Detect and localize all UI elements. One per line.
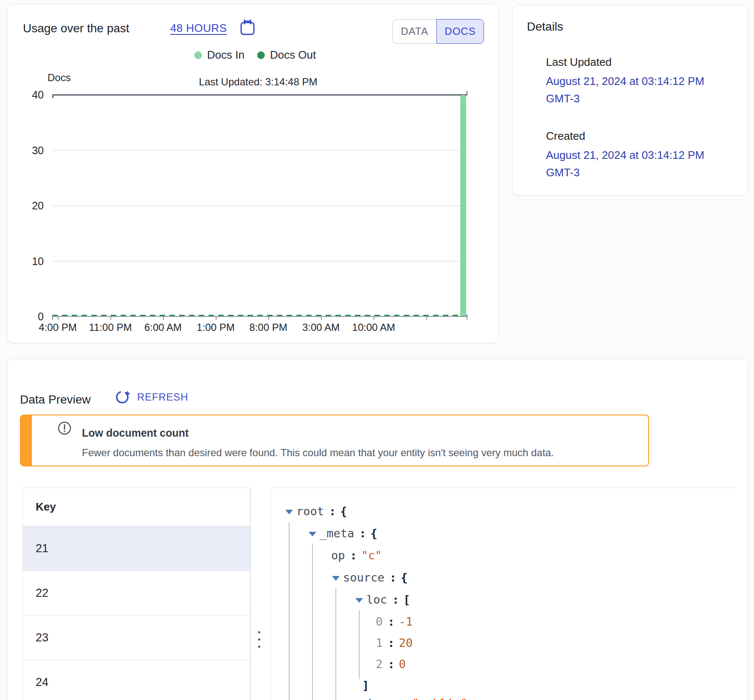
- docs-in-bar: [460, 95, 466, 316]
- x-tick-label: 1:00 PM: [197, 322, 234, 333]
- data-preview-card: Data Preview REFRESH Low document count …: [7, 359, 748, 700]
- tree-bracket: {: [371, 527, 377, 540]
- tree-guide-line: [289, 522, 290, 700]
- tree-row-loc-2: 2:0: [376, 654, 406, 675]
- x-tick-label: 10:00 AM: [352, 322, 395, 333]
- tree-bracket: ]: [362, 679, 369, 692]
- tree-string-value: "c": [361, 549, 382, 562]
- tree-bracket: {: [401, 571, 408, 584]
- x-tick-label: 8:00 PM: [249, 322, 287, 333]
- tree-colon: :: [387, 593, 403, 606]
- x-tick: [321, 316, 322, 320]
- tree-row-source: source:{: [343, 567, 408, 588]
- expand-arrow-icon[interactable]: [332, 576, 340, 581]
- x-tick-label: 3:00 AM: [302, 322, 340, 333]
- detail-value-created: August 21, 2024 at 03:14:12 PM GMT-3: [546, 147, 712, 181]
- usage-chart-plot: [52, 95, 467, 316]
- tree-row-root: root:{: [296, 501, 347, 522]
- y-tick: 0: [18, 310, 44, 323]
- tree-row-loc-1: 1:20: [376, 632, 413, 654]
- tree-index: 0: [376, 615, 383, 628]
- tree-colon: :: [385, 571, 401, 584]
- x-tick: [374, 316, 374, 320]
- tree-colon: :: [383, 658, 399, 671]
- x-tick-label: 11:00 PM: [89, 322, 132, 333]
- tree-key: _meta: [320, 527, 354, 540]
- tree-colon: :: [383, 636, 399, 649]
- tree-key: schema: [354, 697, 396, 700]
- x-tick-label: 4:00 PM: [39, 322, 76, 333]
- tree-colon: :: [354, 527, 370, 540]
- legend-item-docs-in[interactable]: Docs In: [194, 48, 245, 62]
- chart-legend: Docs In Docs Out: [194, 48, 316, 62]
- usage-card-title: Usage over the past: [23, 22, 129, 35]
- tree-number-value: 20: [399, 636, 413, 649]
- x-tick: [52, 316, 53, 320]
- usage-card: Usage over the past 48 HOURS DATA DOCS D…: [7, 4, 498, 343]
- x-tick: [216, 316, 217, 320]
- y-tick: 10: [18, 255, 44, 268]
- tree-colon: :: [324, 505, 340, 518]
- tree-row-schema: schema:"public": [354, 693, 467, 700]
- docs-out-dot-icon: [257, 51, 265, 59]
- x-tick: [110, 316, 111, 320]
- legend-label: Docs In: [207, 48, 245, 62]
- y-axis-title: Docs: [48, 72, 71, 84]
- x-tick-label: 6:00 AM: [144, 322, 182, 333]
- legend-item-docs-out[interactable]: Docs Out: [257, 48, 316, 62]
- y-tick: 30: [18, 144, 44, 157]
- tree-key: source: [343, 571, 385, 584]
- toggle-data-button[interactable]: DATA: [392, 19, 436, 44]
- tree-row-loc-0: 0:-1: [376, 611, 413, 632]
- expand-arrow-icon[interactable]: [285, 510, 293, 514]
- x-tick: [163, 316, 164, 320]
- docs-in-dot-icon: [194, 51, 202, 59]
- tree-number-value: -1: [399, 615, 413, 628]
- tree-key: op: [331, 549, 345, 562]
- time-range-link[interactable]: 48 HOURS: [170, 22, 227, 35]
- gridline: [52, 206, 467, 206]
- x-tick: [268, 316, 269, 320]
- json-tree: root:{ _meta:{ op:"c" source:{ loc:[ 0:-…: [7, 359, 748, 700]
- detail-label-created: Created: [546, 130, 585, 143]
- detail-label-last-updated: Last Updated: [546, 56, 612, 69]
- tree-bracket: [: [403, 593, 410, 606]
- x-tick: [426, 316, 427, 320]
- tree-colon: :: [345, 549, 361, 562]
- tree-row-op: op:"c": [331, 545, 382, 566]
- x-axis-line: [52, 316, 467, 317]
- gridline: [52, 261, 467, 262]
- calendar-icon[interactable]: [239, 19, 256, 37]
- tree-row-meta: _meta:{: [320, 523, 377, 544]
- legend-label: Docs Out: [270, 48, 316, 62]
- tree-string-value: "public": [412, 697, 467, 700]
- expand-arrow-icon[interactable]: [309, 532, 316, 536]
- x-tick: [58, 316, 59, 320]
- chart-last-updated: Last Updated: 3:14:48 PM: [199, 76, 318, 88]
- tree-guide-line: [335, 588, 336, 700]
- tree-row-loc: loc:[: [366, 589, 410, 610]
- y-tick: 40: [18, 89, 44, 101]
- y-tick: 20: [18, 200, 44, 212]
- expand-arrow-icon[interactable]: [355, 598, 363, 603]
- tree-index: 2: [376, 658, 383, 671]
- tree-bracket: {: [340, 505, 347, 518]
- tree-key: loc: [366, 593, 387, 606]
- tree-guide-line: [312, 544, 313, 700]
- details-card: Details Last Updated August 21, 2024 at …: [512, 5, 748, 195]
- tree-guide-line: [359, 610, 360, 679]
- x-tick: [467, 316, 467, 320]
- tree-number-value: 0: [399, 658, 406, 671]
- details-title: Details: [527, 20, 563, 34]
- gridline: [52, 150, 467, 151]
- tree-colon: :: [396, 697, 412, 700]
- tree-index: 1: [376, 636, 383, 649]
- tree-colon: :: [383, 615, 399, 628]
- toggle-docs-button[interactable]: DOCS: [436, 19, 484, 44]
- tree-key: root: [296, 505, 324, 518]
- plot-top-border: [52, 94, 467, 96]
- detail-value-last-updated: August 21, 2024 at 03:14:12 PM GMT-3: [546, 73, 712, 107]
